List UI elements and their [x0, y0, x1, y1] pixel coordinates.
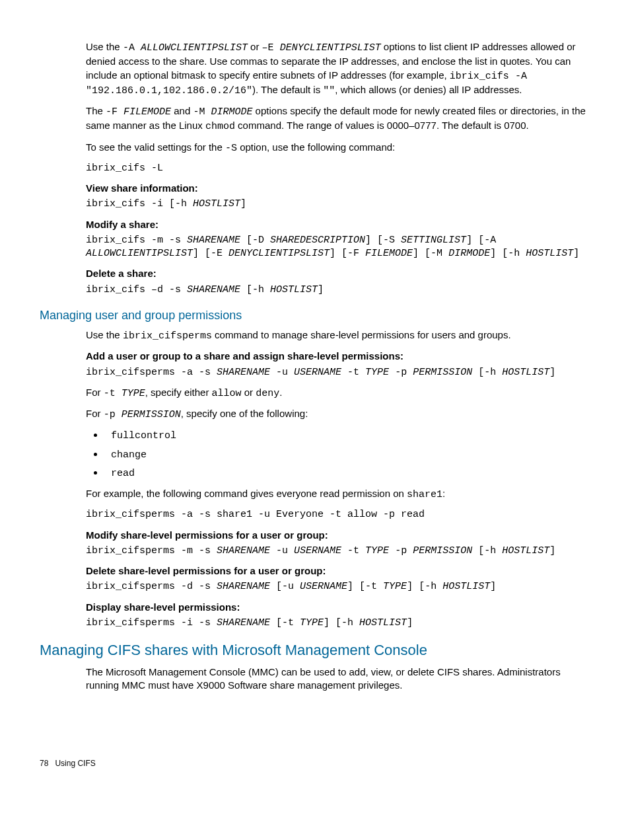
- paragraph-type: For -t TYPE, specify either allow or den…: [86, 386, 590, 401]
- heading-mmc: Managing CIFS shares with Microsoft Mana…: [40, 640, 590, 660]
- paragraph-filemode: The -F FILEMODE and -M DIRMODE options s…: [86, 104, 590, 134]
- permission-list: fullcontrol change read: [86, 428, 590, 480]
- cmd-delete-perms: ibrix_cifsperms -d -s SHARENAME [-u USER…: [86, 580, 590, 593]
- paragraph-cifsperms: Use the ibrix_cifsperms command to manag…: [86, 328, 590, 343]
- heading-modify-share: Modify a share:: [86, 218, 590, 231]
- heading-delete-share: Delete a share:: [86, 267, 590, 280]
- paragraph-valid-settings: To see the valid settings for the -S opt…: [86, 141, 590, 155]
- list-item: fullcontrol: [104, 428, 590, 443]
- cmd-modify-share: ibrix_cifs -m -s SHARENAME [-D SHAREDESC…: [86, 234, 590, 261]
- cmd-add-perms: ibrix_cifsperms -a -s SHARENAME -u USERN…: [86, 366, 590, 379]
- cmd-list-settings: ibrix_cifs -L: [86, 162, 590, 175]
- cmd-modify-perms: ibrix_cifsperms -m -s SHARENAME -u USERN…: [86, 545, 590, 558]
- heading-delete-perms: Delete share-level permissions for a use…: [86, 564, 590, 578]
- page-footer: 78 Using CIFS: [40, 758, 590, 769]
- heading-modify-perms: Modify share-level permissions for a use…: [86, 529, 590, 542]
- paragraph-mmc: The Microsoft Management Console (MMC) c…: [86, 666, 590, 693]
- list-item: change: [104, 447, 590, 462]
- heading-add-user: Add a user or group to a share and assig…: [86, 350, 590, 363]
- footer-title: Using CIFS: [55, 759, 95, 768]
- paragraph-permission: For -p PERMISSION, specify one of the fo…: [86, 407, 590, 422]
- list-item: read: [104, 466, 590, 480]
- heading-display-perms: Display share-level permissions:: [86, 601, 590, 614]
- paragraph-example: For example, the following command gives…: [86, 487, 590, 502]
- cmd-example: ibrix_cifsperms -a -s share1 -u Everyone…: [86, 508, 590, 521]
- paragraph-allow-deny: Use the -A ALLOWCLIENTIPSLIST or –E DENY…: [86, 40, 590, 98]
- heading-view-share: View share information:: [86, 182, 590, 195]
- cmd-delete-share: ibrix_cifs –d -s SHARENAME [-h HOSTLIST]: [86, 284, 590, 297]
- heading-managing-permissions: Managing user and group permissions: [40, 307, 590, 323]
- cmd-view-share: ibrix_cifs -i [-h HOSTLIST]: [86, 198, 590, 211]
- page-number: 78: [40, 759, 48, 768]
- cmd-display-perms: ibrix_cifsperms -i -s SHARENAME [-t TYPE…: [86, 617, 590, 630]
